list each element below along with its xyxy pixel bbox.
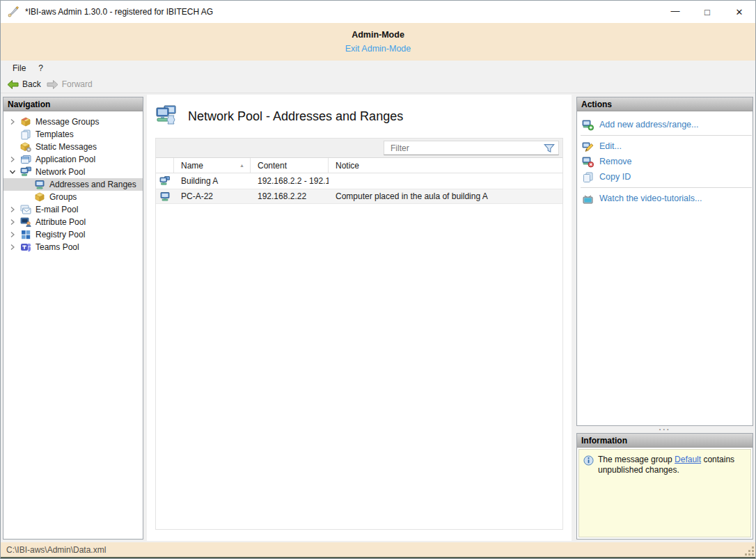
column-header-name[interactable]: Name ▲ (174, 158, 251, 173)
groups-icon (34, 191, 45, 203)
chevron-right-icon[interactable] (9, 156, 20, 163)
sidebar-item-label: E-mail Pool (36, 205, 78, 214)
action-label: Watch the video-tutorials... (599, 194, 702, 203)
right-column: Actions Add new address/range... (576, 97, 753, 540)
actions-panel-header: Actions (577, 97, 753, 111)
sidebar-item-teams-pool[interactable]: Teams Pool (3, 241, 143, 253)
status-bar: C:\IBI-aws\Admin\Data.xml (1, 542, 755, 557)
chevron-down-icon[interactable] (9, 168, 20, 175)
app-logo-icon (7, 6, 19, 18)
table-row[interactable]: Building A 192.168.2.2 - 192.1... (156, 173, 562, 189)
sidebar-item-application-pool[interactable]: Application Pool (3, 153, 143, 166)
sidebar-item-label: Templates (36, 129, 74, 139)
action-label: Copy ID (599, 172, 631, 182)
window-bottom-edge (1, 557, 755, 558)
information-panel: Information The message group Default co… (576, 433, 753, 540)
app-window: *IBI-aws Admin 1.30.0 - registered for I… (0, 0, 756, 559)
status-file-path: C:\IBI-aws\Admin\Data.xml (6, 545, 106, 555)
chevron-right-icon[interactable] (9, 244, 20, 251)
column-header-notice[interactable]: Notice (329, 158, 562, 173)
column-header-content[interactable]: Content (251, 158, 329, 173)
templates-icon (20, 129, 31, 140)
action-label: Remove (599, 157, 632, 166)
chevron-right-icon[interactable] (9, 219, 20, 226)
sidebar-item-network-pool[interactable]: Network Pool (3, 166, 143, 178)
icon-column-header[interactable] (156, 158, 174, 173)
menu-file[interactable]: File (6, 61, 32, 75)
sidebar-item-label: Message Groups (36, 117, 99, 127)
maximize-button[interactable]: □ (691, 1, 723, 23)
watch-video-tutorials-link[interactable]: Watch the video-tutorials... (577, 191, 753, 206)
resize-grip-icon[interactable] (744, 546, 754, 556)
default-message-group-link[interactable]: Default (675, 455, 701, 464)
row-notice: Computer placed in the aula of building … (329, 191, 562, 201)
column-header-label: Name (181, 161, 203, 171)
sidebar-item-label: Registry Pool (36, 230, 85, 239)
actions-separator (581, 135, 752, 136)
navigation-panel-header: Navigation (3, 97, 143, 111)
chevron-right-icon[interactable] (9, 118, 20, 125)
forward-button[interactable]: Forward (45, 78, 97, 91)
panel-splitter[interactable]: ··· (576, 426, 753, 433)
computer-icon (159, 191, 171, 202)
page-title: Network Pool - Addresses and Ranges (188, 109, 403, 124)
chevron-right-icon[interactable] (9, 206, 20, 213)
toolbar: Back Forward (1, 76, 755, 93)
navigation-panel: Navigation Message Groups (3, 97, 143, 540)
sidebar-item-registry-pool[interactable]: Registry Pool (3, 228, 143, 241)
back-label: Back (22, 79, 41, 89)
sidebar-item-addresses-and-ranges[interactable]: Addresses and Ranges (3, 178, 143, 191)
sidebar-item-templates[interactable]: Templates (3, 128, 143, 141)
information-panel-header: Information (577, 434, 753, 448)
registry-pool-icon (20, 229, 31, 240)
attribute-pool-icon (20, 216, 31, 228)
page-title-row: Network Pool - Addresses and Ranges (147, 95, 572, 135)
tv-icon (582, 193, 594, 205)
information-body: The message group Default contains unpub… (578, 449, 751, 537)
minimize-icon: — (671, 6, 680, 16)
close-button[interactable]: ✕ (723, 1, 755, 23)
action-label: Add new address/range... (599, 120, 698, 129)
addresses-and-ranges-icon (34, 179, 45, 190)
remove-link[interactable]: Remove (577, 154, 753, 169)
sidebar-item-static-messages[interactable]: Static Messages (3, 141, 143, 153)
table-header-row: Name ▲ Content Notice (156, 157, 562, 173)
static-messages-icon (20, 141, 31, 152)
copy-id-link[interactable]: Copy ID (577, 169, 753, 184)
row-content: 192.168.2.2 - 192.1... (251, 176, 329, 186)
copy-icon (582, 171, 594, 183)
main-panel: Network Pool - Addresses and Ranges Name (147, 95, 572, 541)
edit-link[interactable]: Edit... (577, 139, 753, 154)
network-range-icon (159, 175, 171, 187)
navigation-tree: Message Groups Templates (3, 111, 143, 253)
info-icon (583, 455, 594, 466)
minimize-button[interactable]: — (659, 1, 691, 23)
sidebar-item-label: Network Pool (36, 167, 85, 177)
sidebar-item-label: Attribute Pool (36, 217, 86, 227)
sidebar-item-label: Groups (49, 192, 77, 202)
filter-funnel-icon[interactable] (543, 142, 556, 155)
add-address-icon (582, 119, 594, 131)
back-button[interactable]: Back (6, 78, 45, 91)
actions-separator (581, 187, 752, 188)
add-new-address-range-link[interactable]: Add new address/range... (577, 117, 753, 132)
edit-pencil-icon (582, 141, 594, 152)
email-pool-icon (20, 204, 31, 215)
table-row[interactable]: PC-A-22 192.168.2.22 Computer placed in … (156, 189, 562, 204)
sidebar-item-label: Addresses and Ranges (49, 180, 136, 189)
row-content: 192.168.2.22 (251, 191, 329, 201)
sidebar-item-email-pool[interactable]: E-mail Pool (3, 203, 143, 216)
sidebar-item-label: Static Messages (36, 142, 97, 152)
chevron-right-icon[interactable] (9, 231, 20, 238)
sort-ascending-icon: ▲ (239, 163, 244, 168)
filter-bar (156, 139, 562, 157)
filter-input[interactable] (384, 143, 543, 153)
menu-help[interactable]: ? (32, 61, 49, 75)
exit-admin-mode-link[interactable]: Exit Admin-Mode (345, 44, 411, 54)
forward-label: Forward (62, 79, 93, 89)
splitter-grip-icon: ··· (659, 428, 671, 431)
sidebar-item-message-groups[interactable]: Message Groups (3, 116, 143, 128)
row-name: PC-A-22 (174, 191, 251, 201)
sidebar-item-groups[interactable]: Groups (3, 191, 143, 203)
sidebar-item-attribute-pool[interactable]: Attribute Pool (3, 216, 143, 228)
